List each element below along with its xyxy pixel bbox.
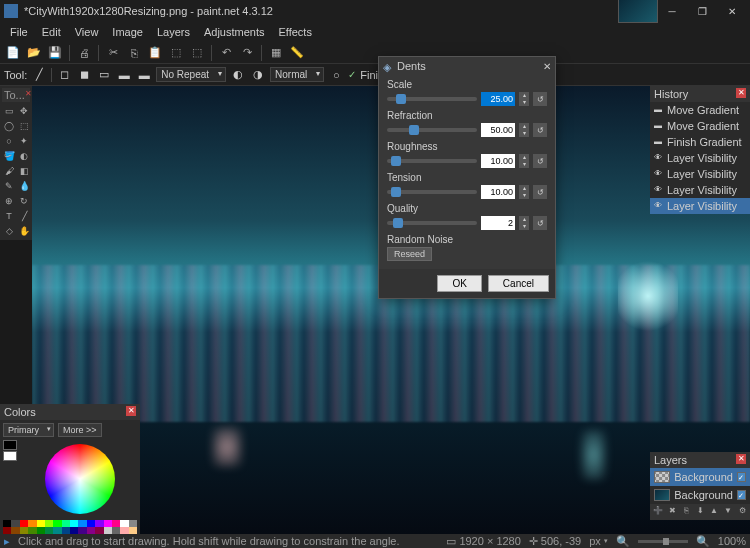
spinner[interactable]: ▴▾ — [519, 123, 529, 137]
layer-props-icon[interactable]: ⚙ — [736, 506, 748, 518]
duplicate-layer-icon[interactable]: ⎘ — [680, 506, 692, 518]
unit-label[interactable]: px — [589, 535, 601, 547]
gradient-tool[interactable]: ◐ — [17, 149, 31, 163]
colors-close-icon[interactable]: ✕ — [126, 406, 136, 416]
current-tool-icon[interactable]: ╱ — [31, 67, 47, 83]
menu-effects[interactable]: Effects — [273, 24, 318, 40]
color-mode-dropdown[interactable]: Primary — [3, 423, 54, 437]
palette-swatch[interactable] — [3, 520, 11, 527]
paste-icon[interactable]: 📋 — [146, 44, 164, 62]
shape-icon[interactable]: ◻ — [56, 67, 72, 83]
history-item[interactable]: ▬Finish Gradient — [650, 134, 750, 150]
maximize-button[interactable]: ❐ — [688, 1, 716, 21]
quality-input[interactable]: 2 — [481, 216, 515, 230]
zoom-value[interactable]: 100% — [718, 535, 746, 547]
menu-view[interactable]: View — [69, 24, 105, 40]
palette-swatch[interactable] — [129, 527, 137, 534]
palette-swatch[interactable] — [112, 527, 120, 534]
layer-item[interactable]: Background✓ — [650, 486, 750, 504]
cut-icon[interactable]: ✂ — [104, 44, 122, 62]
print-icon[interactable]: 🖨 — [75, 44, 93, 62]
roughness-input[interactable]: 10.00 — [481, 154, 515, 168]
undo-icon[interactable]: ↶ — [217, 44, 235, 62]
reset-icon[interactable]: ↺ — [533, 123, 547, 137]
brush-tool[interactable]: 🖌 — [2, 164, 16, 178]
roughness-slider[interactable] — [387, 159, 477, 163]
open-icon[interactable]: 📂 — [25, 44, 43, 62]
palette-swatch[interactable] — [87, 527, 95, 534]
zoom-slider[interactable] — [638, 540, 688, 543]
palette-swatch[interactable] — [62, 527, 70, 534]
spinner[interactable]: ▴▾ — [519, 154, 529, 168]
pan-tool[interactable]: ✋ — [17, 224, 31, 238]
scale-input[interactable]: 25.00 — [481, 92, 515, 106]
select-rect-tool[interactable]: ▭ — [2, 104, 16, 118]
palette-swatch[interactable] — [45, 520, 53, 527]
palette-swatch[interactable] — [70, 527, 78, 534]
palette-swatch[interactable] — [95, 527, 103, 534]
palette-swatch[interactable] — [53, 520, 61, 527]
spinner[interactable]: ▴▾ — [519, 92, 529, 106]
layer-item[interactable]: Background✓ — [650, 468, 750, 486]
palette-swatch[interactable] — [28, 520, 36, 527]
palette-swatch[interactable] — [95, 520, 103, 527]
crop-icon[interactable]: ⬚ — [167, 44, 185, 62]
zoom-in-icon[interactable]: 🔍 — [696, 535, 710, 548]
copy-icon[interactable]: ⎘ — [125, 44, 143, 62]
move-tool[interactable]: ✥ — [17, 104, 31, 118]
history-close-icon[interactable]: ✕ — [736, 88, 746, 98]
movedown-layer-icon[interactable]: ▼ — [722, 506, 734, 518]
shape-fill-icon[interactable]: ◼ — [76, 67, 92, 83]
ok-button[interactable]: OK — [437, 275, 481, 292]
swatch-icon[interactable]: ▬ — [116, 67, 132, 83]
reset-icon[interactable]: ↺ — [533, 185, 547, 199]
palette-swatch[interactable] — [104, 527, 112, 534]
recolor-tool[interactable]: ↻ — [17, 194, 31, 208]
grid-icon[interactable]: ▦ — [267, 44, 285, 62]
palette-swatch[interactable] — [78, 520, 86, 527]
lasso-tool[interactable]: ◯ — [2, 119, 16, 133]
picker-tool[interactable]: 💧 — [17, 179, 31, 193]
tension-slider[interactable] — [387, 190, 477, 194]
history-item[interactable]: 👁Layer Visibility — [650, 150, 750, 166]
menu-image[interactable]: Image — [106, 24, 149, 40]
color-palette[interactable] — [0, 520, 140, 534]
palette-swatch[interactable] — [120, 520, 128, 527]
delete-layer-icon[interactable]: ✖ — [666, 506, 678, 518]
clone-tool[interactable]: ⊕ — [2, 194, 16, 208]
add-layer-icon[interactable]: ➕ — [652, 506, 664, 518]
palette-swatch[interactable] — [28, 527, 36, 534]
layers-close-icon[interactable]: ✕ — [736, 454, 746, 464]
close-button[interactable]: ✕ — [718, 1, 746, 21]
pencil-tool[interactable]: ✎ — [2, 179, 16, 193]
palette-swatch[interactable] — [53, 527, 61, 534]
dialog-header[interactable]: ◈ Dents ✕ — [379, 57, 555, 75]
cancel-button[interactable]: Cancel — [488, 275, 549, 292]
new-icon[interactable]: 📄 — [4, 44, 22, 62]
history-item[interactable]: ▬Move Gradient — [650, 118, 750, 134]
alpha-icon[interactable]: ○ — [328, 67, 344, 83]
palette-swatch[interactable] — [20, 527, 28, 534]
spinner[interactable]: ▴▾ — [519, 216, 529, 230]
palette-swatch[interactable] — [3, 527, 11, 534]
eraser-tool[interactable]: ◧ — [17, 164, 31, 178]
palette-swatch[interactable] — [45, 527, 53, 534]
gradient2-icon[interactable]: ◑ — [250, 67, 266, 83]
palette-swatch[interactable] — [11, 527, 19, 534]
menu-edit[interactable]: Edit — [36, 24, 67, 40]
palette-swatch[interactable] — [62, 520, 70, 527]
palette-swatch[interactable] — [104, 520, 112, 527]
line-tool[interactable]: ╱ — [17, 209, 31, 223]
repeat-dropdown[interactable]: No Repeat — [156, 67, 226, 82]
text-tool[interactable]: T — [2, 209, 16, 223]
spinner[interactable]: ▴▾ — [519, 185, 529, 199]
menu-adjustments[interactable]: Adjustments — [198, 24, 271, 40]
color-wheel[interactable] — [45, 444, 115, 514]
visibility-toggle[interactable]: ✓ — [737, 490, 746, 500]
refraction-input[interactable]: 50.00 — [481, 123, 515, 137]
toolbox-close-icon[interactable]: ✕ — [25, 89, 32, 101]
more-button[interactable]: More >> — [58, 423, 102, 437]
refraction-slider[interactable] — [387, 128, 477, 132]
visibility-toggle[interactable]: ✓ — [737, 472, 746, 482]
ellipse-select-tool[interactable]: ○ — [2, 134, 16, 148]
